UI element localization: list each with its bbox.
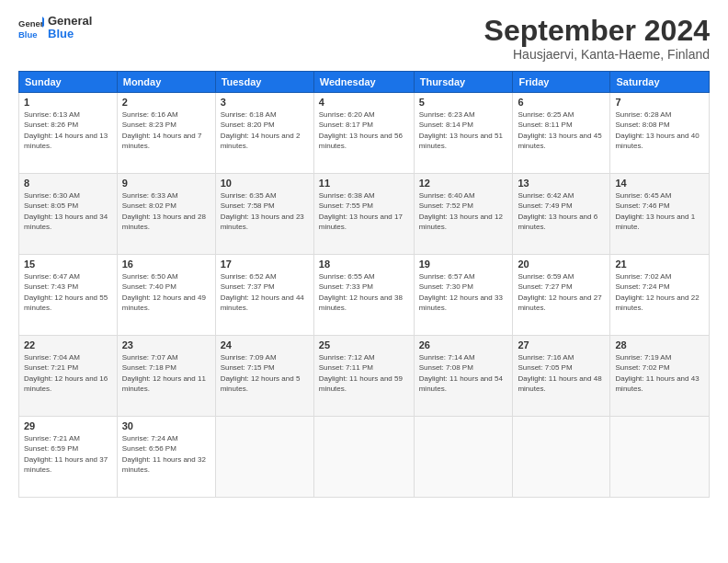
calendar-table: Sunday Monday Tuesday Wednesday Thursday… [18,71,710,498]
col-thursday: Thursday [414,72,513,93]
col-friday: Friday [513,72,610,93]
day-info: Sunrise: 6:28 AM Sunset: 8:08 PM Dayligh… [615,109,704,151]
page: General Blue General Blue September 2024… [0,0,728,563]
day-number: 15 [24,259,112,270]
day-number: 3 [221,97,309,108]
calendar-cell: 2 Sunrise: 6:16 AM Sunset: 8:23 PM Dayli… [117,93,215,174]
day-number: 29 [24,420,112,431]
day-number: 22 [24,339,112,350]
day-number: 17 [221,259,309,270]
day-number: 28 [615,339,704,350]
calendar-week-row: 29 Sunrise: 7:21 AM Sunset: 6:59 PM Dayl… [19,417,710,498]
day-info: Sunrise: 6:20 AM Sunset: 8:17 PM Dayligh… [319,109,409,151]
logo-blue-text: Blue [48,28,92,40]
day-number: 1 [24,97,112,108]
day-info: Sunrise: 6:57 AM Sunset: 7:30 PM Dayligh… [419,271,508,313]
logo-icon: General Blue [18,15,44,40]
calendar-week-row: 15 Sunrise: 6:47 AM Sunset: 7:43 PM Dayl… [19,255,710,336]
calendar-cell: 12 Sunrise: 6:40 AM Sunset: 7:52 PM Dayl… [414,174,513,255]
day-number: 24 [221,339,309,350]
day-number: 16 [122,259,210,270]
day-info: Sunrise: 7:09 AM Sunset: 7:15 PM Dayligh… [221,352,309,394]
calendar-cell: 1 Sunrise: 6:13 AM Sunset: 8:26 PM Dayli… [19,93,118,174]
day-number: 30 [122,420,210,431]
calendar-cell: 27 Sunrise: 7:16 AM Sunset: 7:05 PM Dayl… [513,336,610,417]
logo: General Blue General Blue [18,15,92,41]
month-title: September 2024 [484,15,710,47]
calendar-cell [215,417,313,498]
calendar-cell: 14 Sunrise: 6:45 AM Sunset: 7:46 PM Dayl… [610,174,710,255]
day-number: 21 [615,259,704,270]
day-info: Sunrise: 6:42 AM Sunset: 7:49 PM Dayligh… [518,190,605,232]
calendar-week-row: 8 Sunrise: 6:30 AM Sunset: 8:05 PM Dayli… [19,174,710,255]
title-block: September 2024 Hausjaervi, Kanta-Haeme, … [484,15,710,62]
day-number: 8 [24,178,112,189]
calendar-cell: 22 Sunrise: 7:04 AM Sunset: 7:21 PM Dayl… [19,336,118,417]
calendar-cell: 23 Sunrise: 7:07 AM Sunset: 7:18 PM Dayl… [117,336,215,417]
day-info: Sunrise: 6:13 AM Sunset: 8:26 PM Dayligh… [24,109,112,151]
day-info: Sunrise: 6:59 AM Sunset: 7:27 PM Dayligh… [518,271,605,313]
day-info: Sunrise: 6:52 AM Sunset: 7:37 PM Dayligh… [221,271,309,313]
day-number: 11 [319,178,409,189]
calendar-week-row: 22 Sunrise: 7:04 AM Sunset: 7:21 PM Dayl… [19,336,710,417]
day-info: Sunrise: 6:40 AM Sunset: 7:52 PM Dayligh… [419,190,508,232]
day-number: 10 [221,178,309,189]
calendar-cell: 26 Sunrise: 7:14 AM Sunset: 7:08 PM Dayl… [414,336,513,417]
calendar-cell: 19 Sunrise: 6:57 AM Sunset: 7:30 PM Dayl… [414,255,513,336]
day-info: Sunrise: 6:47 AM Sunset: 7:43 PM Dayligh… [24,271,112,313]
day-info: Sunrise: 7:07 AM Sunset: 7:18 PM Dayligh… [122,352,210,394]
day-info: Sunrise: 7:16 AM Sunset: 7:05 PM Dayligh… [518,352,605,394]
calendar-cell: 8 Sunrise: 6:30 AM Sunset: 8:05 PM Dayli… [19,174,118,255]
calendar-cell: 13 Sunrise: 6:42 AM Sunset: 7:49 PM Dayl… [513,174,610,255]
day-info: Sunrise: 6:33 AM Sunset: 8:02 PM Dayligh… [122,190,210,232]
calendar-cell: 25 Sunrise: 7:12 AM Sunset: 7:11 PM Dayl… [313,336,414,417]
day-info: Sunrise: 6:25 AM Sunset: 8:11 PM Dayligh… [518,109,605,151]
day-info: Sunrise: 7:24 AM Sunset: 6:56 PM Dayligh… [122,433,210,475]
calendar-cell: 7 Sunrise: 6:28 AM Sunset: 8:08 PM Dayli… [610,93,710,174]
calendar-cell [313,417,414,498]
calendar-cell: 17 Sunrise: 6:52 AM Sunset: 7:37 PM Dayl… [215,255,313,336]
calendar-cell: 9 Sunrise: 6:33 AM Sunset: 8:02 PM Dayli… [117,174,215,255]
day-number: 18 [319,259,409,270]
day-number: 12 [419,178,508,189]
calendar-week-row: 1 Sunrise: 6:13 AM Sunset: 8:26 PM Dayli… [19,93,710,174]
calendar-cell: 10 Sunrise: 6:35 AM Sunset: 7:58 PM Dayl… [215,174,313,255]
logo-text: General Blue [48,15,92,41]
calendar-cell: 5 Sunrise: 6:23 AM Sunset: 8:14 PM Dayli… [414,93,513,174]
day-number: 14 [615,178,704,189]
day-info: Sunrise: 6:38 AM Sunset: 7:55 PM Dayligh… [319,190,409,232]
day-info: Sunrise: 6:55 AM Sunset: 7:33 PM Dayligh… [319,271,409,313]
day-number: 27 [518,339,605,350]
calendar-cell: 15 Sunrise: 6:47 AM Sunset: 7:43 PM Dayl… [19,255,118,336]
svg-marker-3 [42,17,44,28]
day-info: Sunrise: 6:16 AM Sunset: 8:23 PM Dayligh… [122,109,210,151]
calendar-cell: 6 Sunrise: 6:25 AM Sunset: 8:11 PM Dayli… [513,93,610,174]
day-info: Sunrise: 6:45 AM Sunset: 7:46 PM Dayligh… [615,190,704,232]
calendar-cell: 20 Sunrise: 6:59 AM Sunset: 7:27 PM Dayl… [513,255,610,336]
day-number: 20 [518,259,605,270]
calendar-cell [414,417,513,498]
logo-general-text: General [48,15,92,28]
col-saturday: Saturday [610,72,710,93]
calendar-cell: 4 Sunrise: 6:20 AM Sunset: 8:17 PM Dayli… [313,93,414,174]
col-wednesday: Wednesday [313,72,414,93]
calendar-cell: 18 Sunrise: 6:55 AM Sunset: 7:33 PM Dayl… [313,255,414,336]
day-number: 9 [122,178,210,189]
svg-text:General: General [18,18,44,29]
calendar-cell: 16 Sunrise: 6:50 AM Sunset: 7:40 PM Dayl… [117,255,215,336]
calendar-cell [513,417,610,498]
calendar-cell: 11 Sunrise: 6:38 AM Sunset: 7:55 PM Dayl… [313,174,414,255]
calendar-cell: 28 Sunrise: 7:19 AM Sunset: 7:02 PM Dayl… [610,336,710,417]
day-info: Sunrise: 6:30 AM Sunset: 8:05 PM Dayligh… [24,190,112,232]
day-info: Sunrise: 7:14 AM Sunset: 7:08 PM Dayligh… [419,352,508,394]
day-number: 13 [518,178,605,189]
calendar-cell: 3 Sunrise: 6:18 AM Sunset: 8:20 PM Dayli… [215,93,313,174]
calendar-cell: 21 Sunrise: 7:02 AM Sunset: 7:24 PM Dayl… [610,255,710,336]
day-number: 19 [419,259,508,270]
calendar-cell [610,417,710,498]
header: General Blue General Blue September 2024… [18,15,710,62]
day-number: 23 [122,339,210,350]
day-number: 7 [615,97,704,108]
day-info: Sunrise: 7:04 AM Sunset: 7:21 PM Dayligh… [24,352,112,394]
location: Hausjaervi, Kanta-Haeme, Finland [484,47,710,62]
